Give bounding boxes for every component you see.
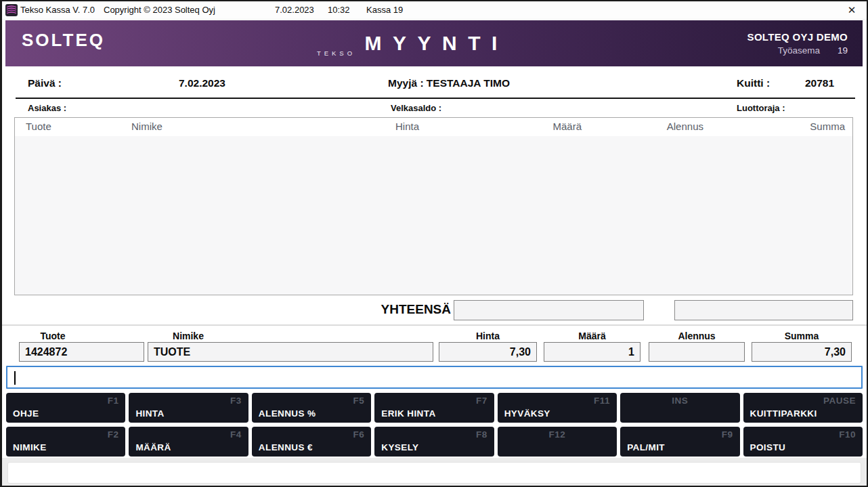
app-window: Tekso Kassa V. 7.0 Copyright © 2023 Solt… [0, 0, 868, 487]
window-title: Tekso Kassa V. 7.0 [20, 5, 95, 15]
secondary-total-field [674, 300, 853, 320]
date-value: 7.02.2023 [179, 77, 225, 89]
column-header-alennus: Alennus [570, 121, 703, 132]
workstation-label: Työasema [778, 45, 820, 56]
fkey-ohje[interactable]: OHJE F1 [6, 393, 125, 423]
total-amount-field [454, 300, 644, 320]
column-header-tuote: Tuote [26, 121, 51, 132]
fkey-kuittiparkki[interactable]: KUITTIPARKKI PAUSE [743, 393, 863, 423]
date-label: Päivä : [28, 77, 62, 89]
entry-label-alennus: Alennus [649, 331, 745, 341]
fkey-maara[interactable]: MÄÄRÄ F4 [129, 427, 248, 457]
product-name-field[interactable]: TUOTE [148, 342, 433, 362]
fkey-hinta[interactable]: HINTA F3 [129, 393, 248, 423]
titlebar-date: 7.02.2023 [275, 5, 314, 15]
app-logo-icon [5, 4, 18, 16]
titlebar-time: 10:32 [328, 5, 350, 15]
text-caret [14, 371, 16, 385]
info-divider [16, 98, 855, 99]
fkey-ins-blank[interactable]: INS [620, 393, 739, 423]
fkey-f12-blank[interactable]: F12 [498, 427, 617, 457]
sale-lines-header: Tuote Nimike Hinta Määrä Alennus Summa [15, 118, 852, 136]
entry-label-summa: Summa [752, 331, 852, 341]
fkey-kysely[interactable]: KYSELY F8 [374, 427, 494, 457]
fkey-poistu[interactable]: POISTU F10 [743, 427, 863, 457]
brand-right-block: SOLTEQ OYJ DEMO Työasema19 [747, 31, 863, 56]
brand-header: SOLTEQ TEKSO MYYNTI SOLTEQ OYJ DEMO Työa… [5, 20, 863, 66]
company-name: SOLTEQ OYJ DEMO [747, 31, 848, 43]
column-header-summa: Summa [706, 121, 845, 132]
solteq-logo: SOLTEQ TEKSO [5, 30, 360, 57]
section-divider [2, 324, 867, 326]
customer-label: Asiakas : [28, 103, 66, 113]
function-key-grid: OHJE F1 HINTA F3 ALENNUS % F5 ERIK HINTA… [6, 393, 863, 457]
status-bar [7, 462, 861, 484]
page-title: MYYNTI [360, 32, 508, 55]
product-code-field[interactable]: 1424872 [19, 342, 144, 362]
fkey-alennus-prosentti[interactable]: ALENNUS % F5 [252, 393, 371, 423]
price-field[interactable]: 7,30 [439, 342, 537, 362]
total-label: YHTEENSÄ [307, 302, 451, 317]
quantity-field[interactable]: 1 [544, 342, 641, 362]
discount-field[interactable] [649, 342, 745, 362]
copyright-text: Copyright © 2023 Solteq Oyj [104, 5, 215, 15]
titlebar-register: Kassa 19 [366, 5, 403, 15]
fkey-alennus-euro[interactable]: ALENNUS € F6 [252, 427, 371, 457]
logo-subtext: TEKSO [317, 49, 360, 57]
sale-lines-table[interactable]: Tuote Nimike Hinta Määrä Alennus Summa [14, 117, 853, 295]
fkey-hyvaksy[interactable]: HYVÄKSY F11 [498, 393, 617, 423]
fkey-erik-hinta[interactable]: ERIK HINTA F7 [374, 393, 494, 423]
credit-limit-label: Luottoraja : [737, 103, 785, 113]
footer-area [2, 458, 867, 486]
close-icon[interactable]: ✕ [842, 3, 861, 18]
workstation-number: 19 [838, 45, 848, 56]
entry-label-maara: Määrä [544, 331, 641, 341]
logo-text: SOLTEQ [22, 30, 105, 51]
entry-label-tuote: Tuote [22, 331, 83, 341]
fkey-nimike[interactable]: NIMIKE F2 [6, 427, 125, 457]
entry-label-hinta: Hinta [439, 331, 537, 341]
column-header-maara: Määrä [448, 121, 582, 132]
column-header-hinta: Hinta [286, 121, 419, 132]
workstation-info: Työasema19 [747, 45, 848, 56]
debt-balance-label: Velkasaldo : [391, 103, 441, 113]
line-sum-field[interactable]: 7,30 [752, 342, 852, 362]
fkey-pal-mit[interactable]: PAL/MIT F9 [620, 427, 739, 457]
column-header-nimike: Nimike [131, 121, 162, 132]
title-bar: Tekso Kassa V. 7.0 Copyright © 2023 Solt… [2, 1, 867, 20]
seller-info: Myyjä : TESTAAJA TIMO [388, 77, 510, 89]
receipt-label: Kuitti : [737, 77, 770, 89]
command-input[interactable] [6, 366, 863, 389]
entry-label-nimike: Nimike [148, 331, 229, 341]
receipt-number: 20781 [805, 77, 834, 89]
